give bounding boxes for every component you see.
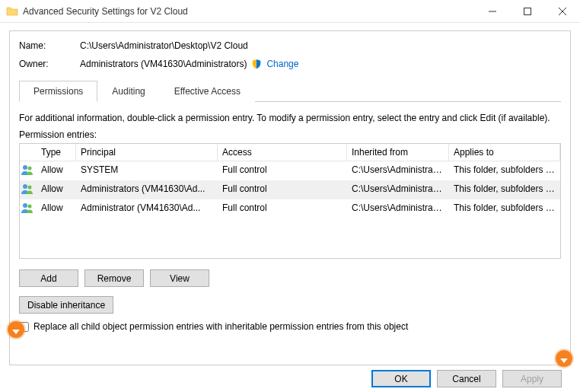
cell-applies: This folder, subfolders and files xyxy=(449,199,560,218)
cell-principal: Administrator (VM41630\Ad... xyxy=(76,199,218,218)
remove-button[interactable]: Remove xyxy=(84,269,144,287)
apply-button[interactable]: Apply xyxy=(502,370,562,387)
svg-point-3 xyxy=(23,184,27,189)
main-panel: Name: C:\Users\Administrator\Desktop\V2 … xyxy=(9,30,571,365)
tab-permissions[interactable]: Permissions xyxy=(19,81,97,102)
col-access[interactable]: Access xyxy=(218,144,347,161)
cell-access: Full control xyxy=(218,180,347,199)
info-text: For additional information, double-click… xyxy=(19,113,561,123)
svg-point-2 xyxy=(28,167,32,171)
col-principal[interactable]: Principal xyxy=(76,144,218,161)
cancel-button[interactable]: Cancel xyxy=(437,370,496,387)
cell-applies: This folder, subfolders and files xyxy=(449,180,560,199)
cell-inherited: C:\Users\Administrator\ xyxy=(347,161,449,180)
cell-applies: This folder, subfolders and files xyxy=(449,161,560,180)
owner-label: Owner: xyxy=(19,59,80,69)
add-button[interactable]: Add xyxy=(19,269,78,287)
minimize-button[interactable] xyxy=(475,0,510,22)
close-button[interactable] xyxy=(545,0,580,22)
ok-button[interactable]: OK xyxy=(371,370,431,387)
change-owner-link[interactable]: Change xyxy=(266,59,298,69)
titlebar: Advanced Security Settings for V2 Cloud xyxy=(0,0,580,23)
cell-type: Allow xyxy=(37,180,76,199)
owner-value: Administrators (VM41630\Administrators) xyxy=(80,59,247,69)
users-icon xyxy=(20,161,37,180)
cell-type: Allow xyxy=(37,161,76,180)
cell-type: Allow xyxy=(37,199,76,218)
col-icon[interactable] xyxy=(20,144,37,161)
users-icon xyxy=(20,180,37,199)
disable-inheritance-button[interactable]: Disable inheritance xyxy=(19,296,113,314)
svg-point-4 xyxy=(28,186,32,190)
tab-effective-access[interactable]: Effective Access xyxy=(160,81,255,102)
svg-point-5 xyxy=(23,203,27,208)
cell-principal: SYSTEM xyxy=(76,161,218,180)
maximize-button[interactable] xyxy=(510,0,545,22)
name-value: C:\Users\Administrator\Desktop\V2 Cloud xyxy=(80,40,248,51)
view-button[interactable]: View xyxy=(150,269,209,287)
annotation-arrow-icon xyxy=(556,350,572,367)
cell-access: Full control xyxy=(218,199,347,218)
tab-auditing[interactable]: Auditing xyxy=(97,81,159,102)
annotation-arrow-icon xyxy=(8,321,24,338)
svg-point-1 xyxy=(23,165,27,170)
svg-point-6 xyxy=(28,205,32,209)
col-type[interactable]: Type xyxy=(37,144,76,161)
replace-children-label: Replace all child object permission entr… xyxy=(33,321,408,332)
entries-label: Permission entries: xyxy=(19,129,561,140)
window-controls xyxy=(475,0,580,22)
permission-table: Type Principal Access Inherited from App… xyxy=(19,143,561,259)
tabs: Permissions Auditing Effective Access xyxy=(19,80,561,102)
col-inherited[interactable]: Inherited from xyxy=(347,144,449,161)
users-icon xyxy=(20,199,37,218)
cell-access: Full control xyxy=(218,161,347,180)
shield-icon xyxy=(251,59,262,69)
cell-inherited: C:\Users\Administrator\ xyxy=(347,180,449,199)
name-label: Name: xyxy=(19,40,80,51)
cell-principal: Administrators (VM41630\Ad... xyxy=(76,180,218,199)
col-applies[interactable]: Applies to xyxy=(449,144,560,161)
cell-inherited: C:\Users\Administrator\ xyxy=(347,199,449,218)
window-title: Advanced Security Settings for V2 Cloud xyxy=(23,6,188,17)
dialog-footer: OK Cancel Apply xyxy=(9,365,571,387)
folder-icon xyxy=(6,5,18,18)
svg-rect-0 xyxy=(524,8,531,14)
